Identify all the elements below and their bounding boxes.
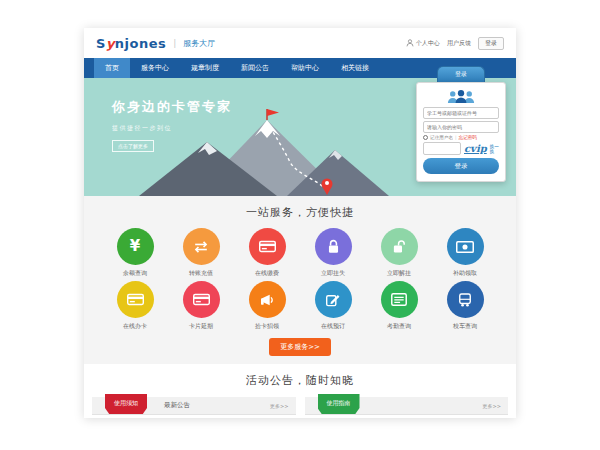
captcha-image: cvip [464, 143, 487, 154]
hero-subtitle: 提供捷径一步到位 [112, 124, 232, 133]
services-row-1: ¥ 余额查询 转账充值 在线缴费 立即挂失 立即解挂 [84, 228, 516, 278]
list-icon [391, 293, 407, 306]
service-item-report-loss[interactable]: 立即挂失 [300, 228, 366, 278]
header: Synjones | 服务大厅 个人中心 用户反馈 登录 [84, 28, 516, 58]
captcha-input[interactable] [423, 142, 461, 155]
service-item-unlock[interactable]: 立即解挂 [366, 228, 432, 278]
latest-news-tab[interactable]: 最新公告 [164, 401, 190, 410]
left-more-link[interactable]: 更多>> [270, 403, 288, 409]
services-section: 一站服务，方便快捷 ¥ 余额查询 转账充值 在线缴费 立即挂失 [84, 196, 516, 364]
unlock-icon [392, 239, 407, 254]
username-input[interactable] [423, 107, 499, 119]
service-item-subsidy[interactable]: 补助领取 [432, 228, 498, 278]
login-panel: 登录 记住用户名 | 忘记密码 cvip [416, 66, 506, 182]
service-label: 余额查询 [102, 269, 168, 278]
service-label: 在线预订 [300, 322, 366, 331]
service-label: 立即解挂 [366, 269, 432, 278]
logo-suffix: njones [115, 36, 166, 51]
remember-label: 记住用户名 [430, 135, 453, 140]
announcements-heading: 活动公告，随时知晓 [84, 373, 516, 388]
usage-notice-ribbon-tab[interactable]: 使用须知 [105, 394, 147, 414]
service-label: 拾卡招领 [234, 322, 300, 331]
header-divider: | [173, 38, 176, 48]
card-icon [193, 293, 210, 306]
service-label: 校车查询 [432, 322, 498, 331]
service-label: 考勤查询 [366, 322, 432, 331]
nav-item-links[interactable]: 相关链接 [330, 58, 380, 78]
user-feedback-label: 用户反馈 [447, 39, 471, 48]
personal-center-label: 个人中心 [416, 39, 440, 48]
service-item-found-card[interactable]: 拾卡招领 [234, 281, 300, 331]
hero-title: 你身边的卡管专家 [112, 98, 232, 116]
password-input[interactable] [423, 121, 499, 133]
megaphone-icon [259, 293, 275, 307]
services-row-2: 在线办卡 卡片延期 拾卡招领 在线预订 考勤查询 [84, 281, 516, 331]
site-container: Synjones | 服务大厅 个人中心 用户反馈 登录 首页 服务中心 规章制… [84, 28, 516, 418]
nav-item-service-center[interactable]: 服务中心 [130, 58, 180, 78]
service-item-apply-card[interactable]: 在线办卡 [102, 281, 168, 331]
service-item-pay[interactable]: 在线缴费 [234, 228, 300, 278]
right-more-link[interactable]: 更多>> [483, 403, 501, 409]
service-label: 补助领取 [432, 269, 498, 278]
banknote-icon [456, 241, 474, 253]
service-label: 在线办卡 [102, 322, 168, 331]
bus-icon [458, 293, 472, 307]
logo-accent: y [106, 36, 115, 51]
service-label: 在线缴费 [234, 269, 300, 278]
captcha-refresh-link[interactable]: 换一换 [490, 144, 499, 154]
user-guide-ribbon-tab[interactable]: 使用指南 [318, 394, 360, 414]
options-separator: | [455, 135, 457, 140]
person-icon [406, 39, 414, 47]
remember-checkbox[interactable] [423, 135, 428, 140]
logo-prefix: S [96, 36, 106, 51]
service-item-school-bus[interactable]: 校车查询 [432, 281, 498, 331]
yuan-icon: ¥ [130, 239, 140, 254]
services-heading: 一站服务，方便快捷 [84, 205, 516, 220]
forgot-password-link[interactable]: 忘记密码 [459, 135, 477, 140]
more-services-button[interactable]: 更多服务>> [269, 338, 331, 356]
login-options: 记住用户名 | 忘记密码 [423, 135, 499, 140]
lock-icon [327, 239, 340, 254]
service-item-balance[interactable]: ¥ 余额查询 [102, 228, 168, 278]
card-icon [127, 293, 144, 306]
site-title: 服务大厅 [183, 38, 215, 49]
nav-item-news[interactable]: 新闻公告 [230, 58, 280, 78]
user-feedback-link[interactable]: 用户反馈 [447, 39, 471, 48]
transfer-icon [193, 241, 209, 253]
service-item-transfer[interactable]: 转账充值 [168, 228, 234, 278]
header-right: 个人中心 用户反馈 登录 [406, 37, 504, 50]
users-icon [423, 89, 499, 104]
captcha-row: cvip 换一换 [423, 142, 499, 155]
header-login-button[interactable]: 登录 [478, 37, 504, 50]
service-label: 卡片延期 [168, 322, 234, 331]
login-form: 记住用户名 | 忘记密码 cvip 换一换 登录 [416, 82, 506, 182]
announcement-left-tabbar: 使用须知 最新公告 更多>> [92, 397, 296, 415]
page: Synjones | 服务大厅 个人中心 用户反馈 登录 首页 服务中心 规章制… [0, 0, 600, 450]
nav-item-rules[interactable]: 规章制度 [180, 58, 230, 78]
nav-item-home[interactable]: 首页 [94, 58, 130, 78]
nav-item-help[interactable]: 帮助中心 [280, 58, 330, 78]
hero-cta-button[interactable]: 点击了解更多 [112, 140, 154, 152]
announcement-right-tabbar: 使用指南 更多>> [305, 397, 509, 415]
announcements-section: 活动公告，随时知晓 使用须知 最新公告 更多>> 使用指南 更多>> [84, 373, 516, 415]
logo[interactable]: Synjones [96, 36, 166, 51]
service-label: 转账充值 [168, 269, 234, 278]
service-item-attendance[interactable]: 考勤查询 [366, 281, 432, 331]
hero-text: 你身边的卡管专家 提供捷径一步到位 点击了解更多 [112, 98, 232, 152]
service-label: 立即挂失 [300, 269, 366, 278]
edit-icon [326, 293, 340, 307]
bank-card-icon [259, 240, 276, 253]
personal-center-link[interactable]: 个人中心 [406, 39, 440, 48]
service-item-card-renew[interactable]: 卡片延期 [168, 281, 234, 331]
login-submit-button[interactable]: 登录 [423, 158, 499, 174]
announcement-columns: 使用须知 最新公告 更多>> 使用指南 更多>> [84, 388, 516, 415]
login-tab[interactable]: 登录 [437, 66, 485, 82]
service-item-online-booking[interactable]: 在线预订 [300, 281, 366, 331]
